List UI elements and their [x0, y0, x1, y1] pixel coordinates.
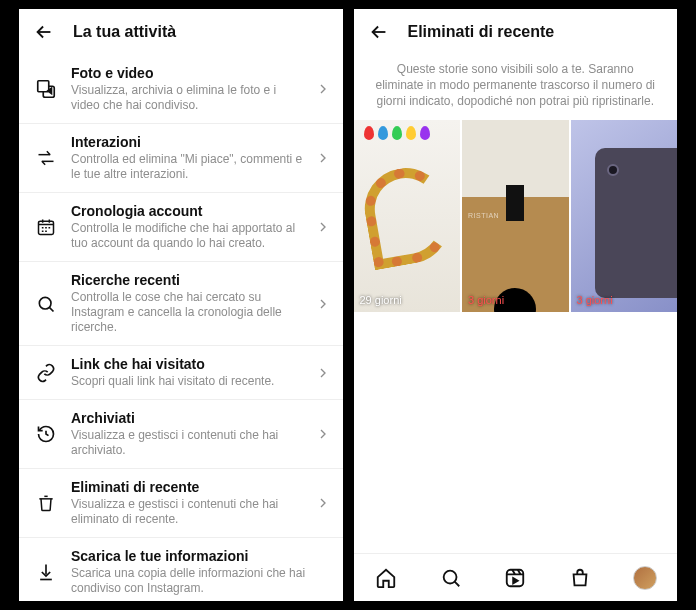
- page-title: La tua attività: [73, 23, 176, 41]
- calendar-icon: [33, 217, 59, 237]
- nav-profile[interactable]: [633, 566, 657, 590]
- row-title: Archiviati: [71, 410, 303, 426]
- search-icon: [33, 294, 59, 314]
- row-cronologia[interactable]: Cronologia accountControlla le modifiche…: [19, 193, 343, 262]
- watermark: RISTIAN: [468, 212, 499, 219]
- nav-shop[interactable]: [568, 566, 592, 590]
- chevron-right-icon: [315, 495, 331, 511]
- chevron-right-icon: [315, 81, 331, 97]
- svg-rect-4: [507, 569, 524, 586]
- thumbnail-grid: 29 giorni RISTIAN 3 giorni 3 giorni: [354, 120, 678, 312]
- row-link[interactable]: Link che hai visitatoScopri quali link h…: [19, 346, 343, 400]
- decoration: [364, 126, 430, 140]
- interactions-icon: [33, 148, 59, 168]
- svg-rect-0: [38, 81, 49, 92]
- svg-point-3: [443, 570, 456, 583]
- back-button[interactable]: [31, 19, 57, 45]
- download-icon: [33, 562, 59, 582]
- row-interazioni[interactable]: InterazioniControlla ed elimina "Mi piac…: [19, 124, 343, 193]
- row-desc: Visualizza, archivia o elimina le foto e…: [71, 83, 303, 113]
- row-desc: Controlla le cose che hai cercato su Ins…: [71, 290, 303, 335]
- avatar-icon: [633, 566, 657, 590]
- info-text: Queste storie sono visibili solo a te. S…: [354, 55, 678, 120]
- row-desc: Visualizza e gestisci i contenuti che ha…: [71, 428, 303, 458]
- row-title: Scarica le tue informazioni: [71, 548, 319, 564]
- story-thumb[interactable]: 3 giorni: [571, 120, 678, 312]
- activity-screen: La tua attività Foto e videoVisualizza, …: [19, 9, 343, 601]
- photo-video-icon: [33, 78, 59, 100]
- row-scarica[interactable]: Scarica le tue informazioniScarica una c…: [19, 538, 343, 601]
- story-thumb[interactable]: RISTIAN 3 giorni: [462, 120, 569, 312]
- back-arrow-icon: [368, 21, 390, 43]
- row-title: Cronologia account: [71, 203, 303, 219]
- chevron-right-icon: [315, 150, 331, 166]
- page-title: Eliminati di recente: [408, 23, 555, 41]
- nav-reels[interactable]: [503, 566, 527, 590]
- back-arrow-icon: [33, 21, 55, 43]
- home-icon: [375, 567, 397, 589]
- back-button[interactable]: [366, 19, 392, 45]
- nav-home[interactable]: [374, 566, 398, 590]
- reels-icon: [504, 567, 526, 589]
- row-desc: Controlla ed elimina "Mi piace", comment…: [71, 152, 303, 182]
- header: La tua attività: [19, 9, 343, 55]
- row-desc: Controlla le modifiche che hai apportato…: [71, 221, 303, 251]
- cake-illustration: [358, 161, 455, 270]
- row-title: Foto e video: [71, 65, 303, 81]
- row-foto-video[interactable]: Foto e videoVisualizza, archivia o elimi…: [19, 55, 343, 124]
- search-icon: [440, 567, 462, 589]
- days-label: 3 giorni: [577, 294, 613, 306]
- chevron-right-icon: [315, 365, 331, 381]
- bottom-nav: [354, 553, 678, 601]
- story-thumb[interactable]: 29 giorni: [354, 120, 461, 312]
- row-title: Link che hai visitato: [71, 356, 303, 372]
- row-eliminati[interactable]: Eliminati di recenteVisualizza e gestisc…: [19, 469, 343, 538]
- row-desc: Scarica una copia delle informazioni che…: [71, 566, 319, 596]
- chevron-right-icon: [315, 426, 331, 442]
- history-icon: [33, 424, 59, 444]
- link-icon: [33, 363, 59, 383]
- row-title: Interazioni: [71, 134, 303, 150]
- row-archiviati[interactable]: ArchiviatiVisualizza e gestisci i conten…: [19, 400, 343, 469]
- row-title: Ricerche recenti: [71, 272, 303, 288]
- row-desc: Scopri quali link hai visitato di recent…: [71, 374, 303, 389]
- recently-deleted-screen: Eliminati di recente Queste storie sono …: [354, 9, 678, 601]
- row-desc: Visualizza e gestisci i contenuti che ha…: [71, 497, 303, 527]
- days-label: 29 giorni: [360, 294, 402, 306]
- chevron-right-icon: [315, 296, 331, 312]
- trash-icon: [33, 493, 59, 513]
- row-title: Eliminati di recente: [71, 479, 303, 495]
- activity-list: Foto e videoVisualizza, archivia o elimi…: [19, 55, 343, 601]
- row-ricerche[interactable]: Ricerche recentiControlla le cose che ha…: [19, 262, 343, 346]
- header: Eliminati di recente: [354, 9, 678, 55]
- chevron-right-icon: [315, 219, 331, 235]
- days-label: 3 giorni: [468, 294, 504, 306]
- shop-icon: [569, 567, 591, 589]
- nav-search[interactable]: [439, 566, 463, 590]
- svg-point-2: [39, 297, 51, 309]
